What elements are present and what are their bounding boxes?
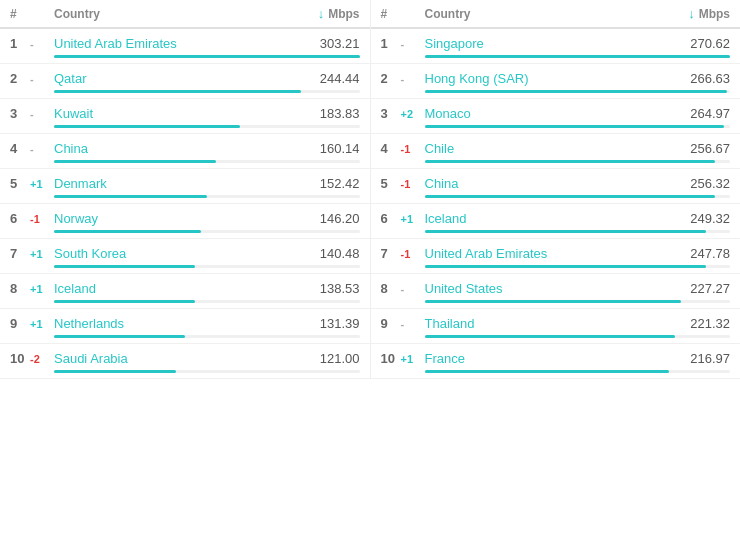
rank-number: 4: [10, 141, 30, 156]
mbps-value: 221.32: [670, 316, 730, 331]
table-row: 9-Thailand221.32: [371, 309, 741, 344]
rank-number: 1: [381, 36, 401, 51]
country-name: Denmark: [54, 176, 300, 191]
mbps-value: 121.00: [300, 351, 360, 366]
speed-bar: [54, 265, 195, 268]
table-row: 7+1South Korea140.48: [0, 239, 370, 274]
speed-bar: [425, 55, 731, 58]
bar-container: [54, 335, 360, 338]
rank-number: 5: [10, 176, 30, 191]
bar-container: [425, 125, 731, 128]
bar-container: [54, 55, 360, 58]
country-name: Thailand: [425, 316, 671, 331]
row-top: 6-1Norway146.20: [10, 211, 360, 226]
row-top: 8-United States227.27: [381, 281, 731, 296]
speed-bar: [425, 335, 676, 338]
speed-bar: [425, 160, 715, 163]
country-name: Iceland: [54, 281, 300, 296]
rank-change: -: [30, 38, 54, 50]
rank-number: 2: [10, 71, 30, 86]
mbps-value: 146.20: [300, 211, 360, 226]
rank-change: +1: [30, 248, 54, 260]
mbps-value: 270.62: [670, 36, 730, 51]
row-top: 9-Thailand221.32: [381, 316, 731, 331]
header-mbps: ↓ Mbps: [300, 6, 360, 21]
table-row: 10+1France216.97: [371, 344, 741, 379]
sort-down-icon: ↓: [318, 6, 325, 21]
mbps-value: 131.39: [300, 316, 360, 331]
rank-change: +1: [401, 353, 425, 365]
rank-number: 4: [381, 141, 401, 156]
rank-change: -: [401, 283, 425, 295]
speed-bar: [54, 195, 207, 198]
bar-container: [54, 125, 360, 128]
row-top: 10+1France216.97: [381, 351, 731, 366]
bar-container: [54, 265, 360, 268]
country-name: Netherlands: [54, 316, 300, 331]
table-row: 4-China160.14: [0, 134, 370, 169]
bar-container: [425, 55, 731, 58]
table-row: 6+1Iceland249.32: [371, 204, 741, 239]
mbps-value: 138.53: [300, 281, 360, 296]
table-row: 4-1Chile256.67: [371, 134, 741, 169]
rank-number: 3: [381, 106, 401, 121]
table-row: 8-United States227.27: [371, 274, 741, 309]
row-top: 2-Qatar244.44: [10, 71, 360, 86]
header-row-left: # Country ↓ Mbps: [0, 0, 370, 29]
rank-change: -2: [30, 353, 54, 365]
mbps-value: 227.27: [670, 281, 730, 296]
table-row: 2-Hong Kong (SAR)266.63: [371, 64, 741, 99]
mbps-value: 152.42: [300, 176, 360, 191]
table-row: 7-1United Arab Emirates247.78: [371, 239, 741, 274]
panel-right: # Country ↓ Mbps 1-Singapore270.622-Hong…: [371, 0, 741, 379]
country-name: Chile: [425, 141, 671, 156]
bar-container: [54, 230, 360, 233]
bar-container: [54, 370, 360, 373]
speed-bar: [425, 90, 727, 93]
mbps-value: 183.83: [300, 106, 360, 121]
country-name: Hong Kong (SAR): [425, 71, 671, 86]
rank-number: 10: [10, 351, 30, 366]
row-top: 5-1China256.32: [381, 176, 731, 191]
speed-bar: [425, 265, 706, 268]
mbps-value: 249.32: [670, 211, 730, 226]
speed-bar: [54, 125, 240, 128]
mbps-value: 256.67: [670, 141, 730, 156]
main-container: # Country ↓ Mbps 1-United Arab Emirates3…: [0, 0, 740, 379]
rank-number: 6: [10, 211, 30, 226]
table-row: 3-Kuwait183.83: [0, 99, 370, 134]
rank-change: -: [30, 73, 54, 85]
row-top: 3-Kuwait183.83: [10, 106, 360, 121]
speed-bar: [54, 230, 201, 233]
rank-change: -: [30, 143, 54, 155]
speed-bar: [54, 160, 216, 163]
row-top: 4-1Chile256.67: [381, 141, 731, 156]
rank-change: +1: [30, 318, 54, 330]
country-name: Monaco: [425, 106, 671, 121]
rank-change: -: [30, 108, 54, 120]
rank-change: -1: [30, 213, 54, 225]
bar-container: [425, 370, 731, 373]
speed-bar: [54, 90, 301, 93]
rank-change: +2: [401, 108, 425, 120]
speed-bar: [54, 335, 185, 338]
rank-change: -: [401, 73, 425, 85]
bar-container: [54, 160, 360, 163]
mbps-value: 140.48: [300, 246, 360, 261]
row-top: 6+1Iceland249.32: [381, 211, 731, 226]
header-row-right: # Country ↓ Mbps: [371, 0, 741, 29]
header-mbps: ↓ Mbps: [670, 6, 730, 21]
country-name: Iceland: [425, 211, 671, 226]
rank-number: 6: [381, 211, 401, 226]
bar-container: [425, 195, 731, 198]
bar-container: [54, 90, 360, 93]
speed-bar: [54, 300, 195, 303]
rank-number: 9: [381, 316, 401, 331]
table-row: 5+1Denmark152.42: [0, 169, 370, 204]
table-row: 10-2Saudi Arabia121.00: [0, 344, 370, 379]
header-rank: #: [10, 7, 30, 21]
table-row: 6-1Norway146.20: [0, 204, 370, 239]
rank-change: +1: [30, 283, 54, 295]
country-name: Singapore: [425, 36, 671, 51]
rank-change: -: [401, 38, 425, 50]
